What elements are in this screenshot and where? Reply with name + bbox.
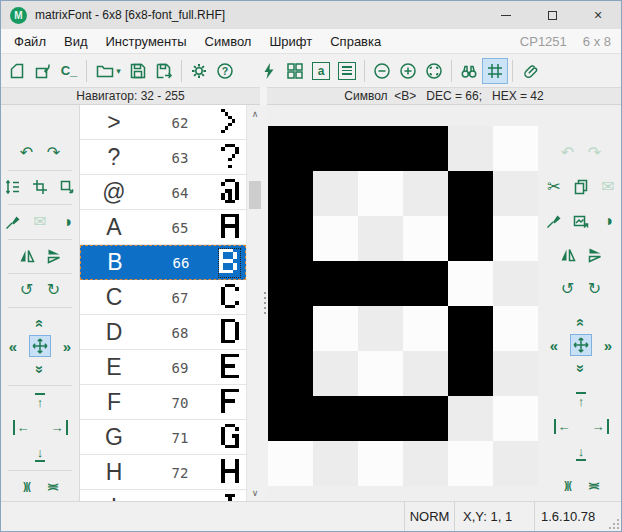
menu-item-font[interactable]: Шрифт	[260, 31, 321, 52]
character-list-scrollbar[interactable]: ∧ ∨	[246, 105, 263, 501]
pixel-cell[interactable]	[493, 171, 538, 216]
pixel-cell[interactable]	[448, 171, 493, 216]
scrollbar-thumb[interactable]	[249, 181, 261, 209]
pixel-cell[interactable]	[403, 171, 448, 216]
pixel-cell[interactable]	[448, 396, 493, 441]
flip-glyph-horizontal-button[interactable]	[557, 244, 579, 266]
shift-glyph-left-button[interactable]: «	[543, 334, 565, 356]
pixel-cell[interactable]	[403, 396, 448, 441]
menu-item-help[interactable]: Справка	[321, 31, 390, 52]
pixel-cell[interactable]	[403, 441, 448, 486]
pixel-cell[interactable]	[358, 261, 403, 306]
pixel-cell[interactable]	[493, 441, 538, 486]
pixel-cell[interactable]	[403, 261, 448, 306]
rotate-glyph-ccw-button[interactable]: ↺	[557, 278, 579, 300]
pixel-cell[interactable]	[358, 216, 403, 261]
close-button[interactable]: ×	[575, 1, 621, 29]
settings-button[interactable]	[186, 58, 212, 84]
pixel-cell[interactable]	[313, 126, 358, 171]
char-row-66-selected[interactable]: B66	[80, 245, 246, 280]
resize-grip[interactable]	[609, 519, 619, 529]
pixel-cell[interactable]	[448, 306, 493, 351]
pixel-cell[interactable]	[493, 126, 538, 171]
pixel-cell[interactable]	[268, 216, 313, 261]
char-row-71[interactable]: G71	[80, 420, 246, 455]
pixel-grid[interactable]	[268, 126, 538, 486]
pixel-cell[interactable]	[268, 171, 313, 216]
align-bottom-button[interactable]: ↓	[29, 443, 51, 465]
export-image-button[interactable]	[570, 210, 592, 232]
glyph-undo-button[interactable]: ↶	[557, 142, 579, 164]
pixel-cell[interactable]	[448, 351, 493, 396]
shift-glyph-down-button[interactable]: »	[570, 357, 592, 379]
squeeze-glyph-vertical-button[interactable]: )|(	[584, 474, 606, 496]
attach-button[interactable]	[517, 58, 543, 84]
char-row-73[interactable]: I73	[80, 490, 246, 501]
c-code-button[interactable]: C_	[56, 58, 82, 84]
rotate-glyph-cw-button[interactable]: ↻	[584, 278, 606, 300]
align-glyph-top-button[interactable]: ↑	[570, 389, 592, 411]
align-right-button[interactable]: →	[47, 417, 69, 439]
canvas-size-button[interactable]	[56, 176, 78, 198]
crop-button[interactable]	[29, 176, 51, 198]
help-button[interactable]: ?	[212, 58, 238, 84]
font-redo-button[interactable]: ↷	[43, 142, 65, 164]
char-row-68[interactable]: D68	[80, 315, 246, 350]
font-height-button[interactable]	[2, 176, 24, 198]
pixel-cell[interactable]	[358, 171, 403, 216]
pixel-cell[interactable]	[268, 126, 313, 171]
optimize-button[interactable]	[256, 58, 282, 84]
pixel-cell[interactable]	[448, 261, 493, 306]
pixel-cell[interactable]	[313, 261, 358, 306]
pixel-cell[interactable]	[448, 441, 493, 486]
shift-glyph-up-button[interactable]: «	[570, 311, 592, 333]
maximize-button[interactable]	[529, 1, 575, 29]
pixel-cell[interactable]	[403, 306, 448, 351]
align-glyph-bottom-button[interactable]: ↓	[570, 441, 592, 463]
menu-item-tools[interactable]: Инструменты	[97, 31, 196, 52]
grid-toggle-button[interactable]	[482, 58, 508, 84]
zoom-in-button[interactable]	[395, 58, 421, 84]
save-font-button[interactable]	[125, 58, 151, 84]
zoom-out-button[interactable]	[369, 58, 395, 84]
paste-glyph-button[interactable]: ✉	[597, 176, 619, 198]
flip-horizontal-button[interactable]	[16, 245, 38, 267]
pixel-cell[interactable]	[268, 441, 313, 486]
align-left-button[interactable]: ←	[11, 417, 33, 439]
char-row-64[interactable]: @64	[80, 175, 246, 210]
menu-item-view[interactable]: Вид	[55, 31, 97, 52]
pixel-cell[interactable]	[313, 171, 358, 216]
pixel-cell[interactable]	[358, 396, 403, 441]
pixel-cell[interactable]	[313, 216, 358, 261]
char-row-65[interactable]: A65	[80, 210, 246, 245]
menu-item-symbol[interactable]: Символ	[196, 31, 261, 52]
zoom-fit-button[interactable]	[421, 58, 447, 84]
copy-glyph-button[interactable]	[570, 176, 592, 198]
flip-glyph-vertical-button[interactable]	[584, 244, 606, 266]
rotate-cw-button[interactable]: ↻	[43, 279, 65, 301]
align-glyph-right-button[interactable]: →	[588, 415, 610, 437]
align-glyph-left-button[interactable]: ←	[552, 415, 574, 437]
invert-glyph-button[interactable]: ◑	[597, 210, 619, 232]
squeeze-glyph-horizontal-button[interactable]: )|(	[557, 474, 579, 496]
pixel-cell[interactable]	[448, 126, 493, 171]
pixel-cell[interactable]	[268, 396, 313, 441]
pixel-cell[interactable]	[358, 306, 403, 351]
pixel-cell[interactable]	[448, 216, 493, 261]
paste-all-button[interactable]: ✉	[29, 211, 51, 233]
char-map-button[interactable]	[282, 58, 308, 84]
pixel-cell[interactable]	[268, 261, 313, 306]
flip-vertical-button[interactable]	[43, 245, 65, 267]
pixel-cell[interactable]	[403, 351, 448, 396]
char-row-69[interactable]: E69	[80, 350, 246, 385]
char-row-67[interactable]: C67	[80, 280, 246, 315]
pixel-cell[interactable]	[358, 351, 403, 396]
char-row-72[interactable]: H72	[80, 455, 246, 490]
pixel-cell[interactable]	[403, 216, 448, 261]
shift-glyph-right-button[interactable]: »	[597, 334, 619, 356]
glyph-redo-button[interactable]: ↷	[584, 142, 606, 164]
move-mode-button[interactable]	[29, 335, 51, 357]
pixel-cell[interactable]	[493, 306, 538, 351]
shift-down-button[interactable]: »	[29, 358, 51, 380]
pixel-cell[interactable]	[268, 306, 313, 351]
